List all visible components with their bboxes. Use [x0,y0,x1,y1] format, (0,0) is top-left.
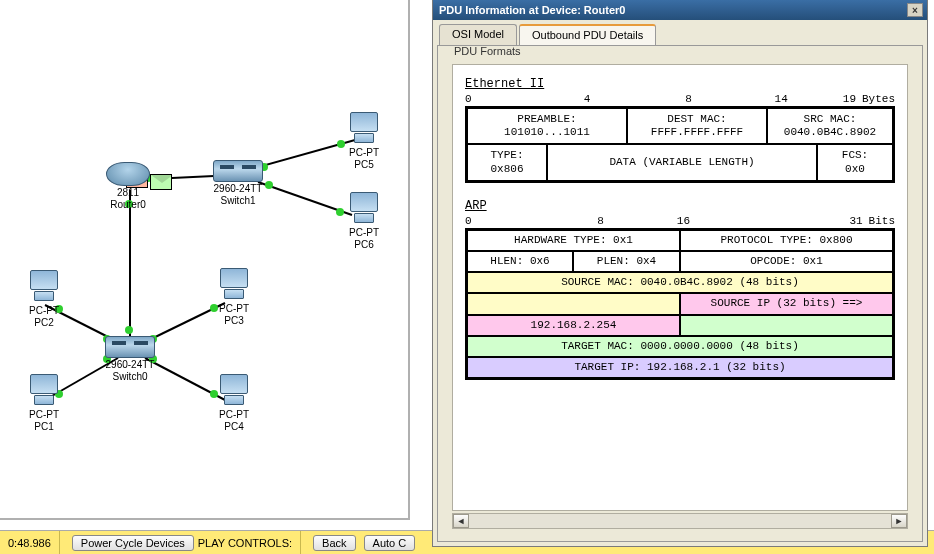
arp-plen: PLEN: 0x4 [573,251,680,272]
device-type-label: PC-PT [334,227,394,238]
srcmac-value: 0040.0B4C.8902 [770,126,890,139]
preamble-label: PREAMBLE: [470,113,624,126]
arp-section-title: ARP [465,199,895,213]
ethernet-ruler: 0 4 8 14 19 Bytes [465,93,895,105]
device-type-label: 2960-24TT [208,183,268,194]
arp-ruler: 0 8 16 31 Bits [465,215,895,227]
type-value: 0x806 [470,163,544,176]
pdu-info-window: PDU Information at Device: Router0 × OSI… [432,0,928,547]
device-name-label: PC1 [14,421,74,432]
play-controls-label: PLAY CONTROLS: [198,537,292,549]
arp-srcip: 192.168.2.254 [467,315,680,336]
tab-osi-model[interactable]: OSI Model [439,24,517,45]
scroll-left-button[interactable]: ◄ [453,514,469,528]
pc-icon [24,374,64,408]
type-label: TYPE: [470,149,544,162]
scroll-right-button[interactable]: ► [891,514,907,528]
link-dot [125,326,133,334]
device-type-label: PC-PT [14,409,74,420]
tab-body: PDU Formats Ethernet II 0 4 8 14 19 Byte… [437,45,923,542]
arp-opcode: OPCODE: 0x1 [680,251,893,272]
pdu-scroll-area[interactable]: Ethernet II 0 4 8 14 19 Bytes PREAMBLE: … [452,64,908,511]
ethernet-frame-diagram: PREAMBLE: 101010...1011 DEST MAC: FFFF.F… [465,106,895,183]
device-name-label: PC6 [334,239,394,250]
preamble-value: 101010...1011 [470,126,624,139]
device-name-label: PC5 [334,159,394,170]
arp-tgtmac-start [680,315,893,336]
device-name-label: Switch1 [208,195,268,206]
data-label: DATA (VARIABLE LENGTH) [550,156,814,169]
device-name-label: PC2 [14,317,74,328]
horizontal-scrollbar[interactable]: ◄ ► [452,513,908,529]
arp-srcmac-cont [467,293,680,314]
pc-icon [344,112,384,146]
pc-icon [214,374,254,408]
device-type-label: 2811 [98,187,158,198]
switch-icon [213,160,263,182]
arp-srcmac: SOURCE MAC: 0040.0B4C.8902 (48 bits) [467,272,893,293]
arp-hlen: HLEN: 0x6 [467,251,573,272]
device-switch0[interactable]: 2960-24TT Switch0 [100,336,160,382]
topology-links [0,0,410,520]
destmac-value: FFFF.FFFF.FFFF [630,126,764,139]
device-type-label: PC-PT [204,303,264,314]
pc-icon [214,268,254,302]
window-titlebar[interactable]: PDU Information at Device: Router0 × [433,0,927,20]
switch-icon [105,336,155,358]
ethernet-section-title: Ethernet II [465,77,895,91]
window-title: PDU Information at Device: Router0 [439,4,907,16]
auto-capture-button[interactable]: Auto C [364,535,416,551]
device-type-label: 2960-24TT [100,359,160,370]
tab-outbound-pdu[interactable]: Outbound PDU Details [519,24,656,45]
router-icon [106,162,150,186]
fcs-label: FCS: [820,149,890,162]
sim-time: 0:48.986 [0,531,60,554]
back-button[interactable]: Back [313,535,355,551]
device-type-label: PC-PT [204,409,264,420]
destmac-label: DEST MAC: [630,113,764,126]
device-pc3[interactable]: PC-PT PC3 [204,268,264,326]
pc-icon [24,270,64,304]
arp-srcip-label: SOURCE IP (32 bits) ==> [680,293,893,314]
device-pc5[interactable]: PC-PT PC5 [334,112,394,170]
device-name-label: Router0 [98,199,158,210]
pc-icon [344,192,384,226]
arp-prototype: PROTOCOL TYPE: 0x800 [680,230,893,251]
arp-tgtmac: TARGET MAC: 0000.0000.0000 (48 bits) [467,336,893,357]
close-button[interactable]: × [907,3,923,17]
device-name-label: PC4 [204,421,264,432]
device-pc4[interactable]: PC-PT PC4 [204,374,264,432]
device-type-label: PC-PT [334,147,394,158]
srcmac-label: SRC MAC: [770,113,890,126]
device-type-label: PC-PT [14,305,74,316]
arp-tgtip: TARGET IP: 192.168.2.1 (32 bits) [467,357,893,378]
fcs-value: 0x0 [820,163,890,176]
device-pc2[interactable]: PC-PT PC2 [14,270,74,328]
device-switch1[interactable]: 2960-24TT Switch1 [208,160,268,206]
tab-strip: OSI Model Outbound PDU Details [433,20,927,45]
device-router0[interactable]: 2811 Router0 [98,162,158,210]
device-pc1[interactable]: PC-PT PC1 [14,374,74,432]
power-cycle-button[interactable]: Power Cycle Devices [72,535,194,551]
arp-hwtype: HARDWARE TYPE: 0x1 [467,230,680,251]
fieldset-label: PDU Formats [450,45,525,57]
arp-packet-diagram: HARDWARE TYPE: 0x1 PROTOCOL TYPE: 0x800 … [465,228,895,380]
topology-canvas[interactable]: ✕ 2811 Router0 2960-24TT Switch1 2960-24… [0,0,410,520]
device-name-label: PC3 [204,315,264,326]
device-pc6[interactable]: PC-PT PC6 [334,192,394,250]
device-name-label: Switch0 [100,371,160,382]
